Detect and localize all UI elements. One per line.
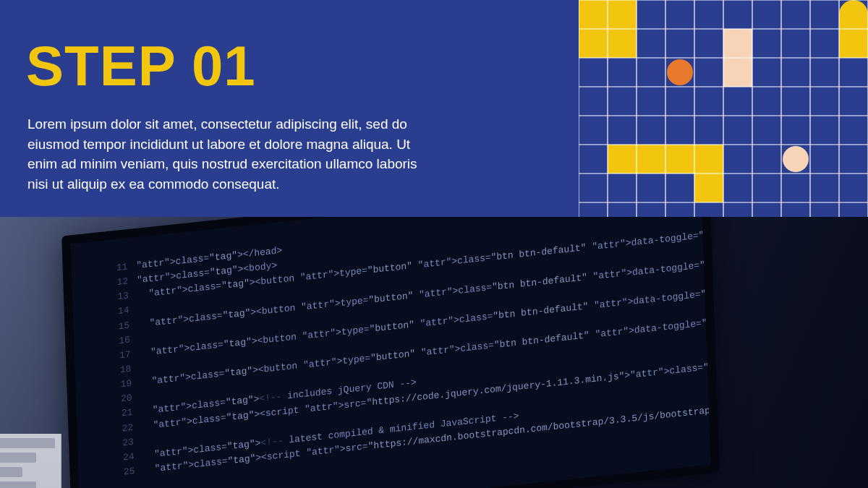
svg-point-5 bbox=[783, 146, 809, 172]
svg-rect-3 bbox=[608, 145, 694, 174]
slide: 11"attr">class="tag"></head> 12"attr">cl… bbox=[0, 0, 868, 488]
code-monitor: 11"attr">class="tag"></head> 12"attr">cl… bbox=[61, 217, 720, 488]
slide-body: Lorem ipsum dolor sit amet, consectetur … bbox=[27, 114, 433, 194]
editor-sidebar bbox=[0, 434, 61, 488]
photo-region: 11"attr">class="tag"></head> 12"attr">cl… bbox=[0, 217, 868, 488]
slide-title: STEP 01 bbox=[26, 33, 256, 99]
svg-point-1 bbox=[667, 59, 693, 85]
grid-decoration bbox=[579, 0, 868, 217]
